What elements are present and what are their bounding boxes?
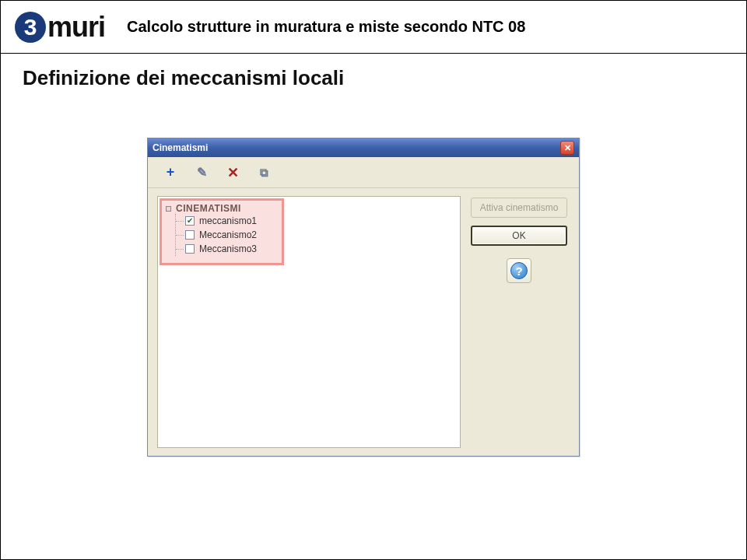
page-frame: 3 muri Calcolo strutture in muratura e m… xyxy=(0,0,747,560)
tree-item-label: Meccanismo2 xyxy=(199,229,257,240)
tree-item-label: Meccanismo3 xyxy=(199,243,257,254)
cinematismi-dialog: Cinematismi ✕ + ✎ ✕ ⧉ xyxy=(147,138,580,457)
tree-node-icon xyxy=(166,206,171,212)
help-button[interactable]: ? xyxy=(507,258,531,283)
dialog-side-panel: Attiva cinematismo OK ? xyxy=(468,196,570,448)
dialog-body: CINEMATISMI ✔ meccanismo1 Meccanismo2 Me… xyxy=(148,188,579,456)
button-label: Attiva cinematismo xyxy=(480,202,559,213)
dialog-title: Cinematismi xyxy=(153,142,208,153)
tree-panel[interactable]: CINEMATISMI ✔ meccanismo1 Meccanismo2 Me… xyxy=(157,196,461,448)
checkbox-icon[interactable] xyxy=(185,244,195,254)
activate-cinematismo-button: Attiva cinematismo xyxy=(471,198,567,218)
close-button[interactable]: ✕ xyxy=(560,141,574,155)
logo-badge: 3 xyxy=(15,12,46,43)
close-icon: ✕ xyxy=(564,144,571,152)
checkbox-icon[interactable]: ✔ xyxy=(185,216,195,226)
header-subtitle: Calcolo strutture in muratura e miste se… xyxy=(127,18,525,36)
tree-item-label: meccanismo1 xyxy=(199,215,257,226)
tree-children: ✔ meccanismo1 Meccanismo2 Meccanismo3 xyxy=(175,214,452,256)
copy-button[interactable]: ⧉ xyxy=(255,164,272,181)
pencil-icon: ✎ xyxy=(197,165,207,180)
button-label: OK xyxy=(512,230,525,241)
checkbox-icon[interactable] xyxy=(185,230,195,240)
dialog-titlebar[interactable]: Cinematismi ✕ xyxy=(148,138,579,157)
tree-item-meccanismo1[interactable]: ✔ meccanismo1 xyxy=(176,214,452,228)
tree-item-meccanismo2[interactable]: Meccanismo2 xyxy=(176,228,452,242)
tree-item-meccanismo3[interactable]: Meccanismo3 xyxy=(176,242,452,256)
dialog-toolbar: + ✎ ✕ ⧉ xyxy=(148,157,579,188)
page-title: Definizione dei meccanismi locali xyxy=(1,54,746,96)
header-bar: 3 muri Calcolo strutture in muratura e m… xyxy=(1,1,746,54)
tree-root-label: CINEMATISMI xyxy=(176,203,241,214)
add-button[interactable]: + xyxy=(162,164,179,181)
tree-root[interactable]: CINEMATISMI xyxy=(166,203,452,214)
plus-icon: + xyxy=(167,164,175,180)
x-icon: ✕ xyxy=(227,164,239,181)
ok-button[interactable]: OK xyxy=(471,226,567,246)
logo-text: muri xyxy=(47,11,105,44)
app-logo: 3 muri xyxy=(15,11,105,44)
edit-button[interactable]: ✎ xyxy=(193,164,210,181)
delete-button[interactable]: ✕ xyxy=(224,164,241,181)
copy-icon: ⧉ xyxy=(260,166,268,180)
help-icon: ? xyxy=(510,262,528,279)
